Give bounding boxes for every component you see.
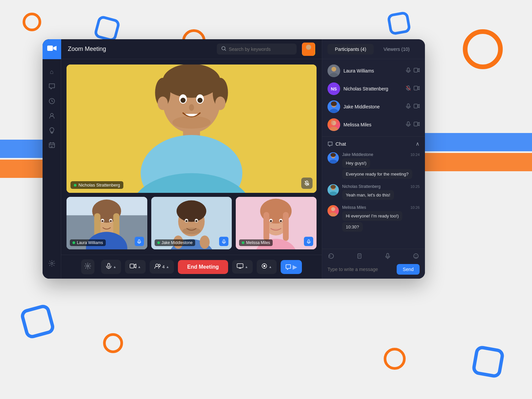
mic-chevron-icon: ▲ (113, 265, 116, 269)
viewers-tab[interactable]: Viewers (10) (374, 44, 420, 55)
participants-list: Laura Williams (322, 59, 425, 137)
screen-share-chevron-icon: ▲ (245, 265, 248, 269)
search-input[interactable] (229, 47, 292, 52)
send-button[interactable]: Send (397, 264, 420, 275)
chat-avatar-nicholas (328, 184, 339, 196)
svg-point-21 (198, 98, 202, 103)
svg-point-67 (158, 264, 160, 266)
svg-point-23 (158, 96, 168, 110)
main-video-mute-btn[interactable] (301, 178, 313, 189)
chat-msg-content-melissa: Melissa Miles 10:26 Hi everyone! I'm rea… (342, 205, 420, 233)
settings-button[interactable] (81, 259, 94, 274)
chat-input-field[interactable] (328, 267, 394, 272)
participant-video-icon-nicholas[interactable] (414, 86, 420, 92)
svg-rect-75 (414, 68, 418, 72)
sidebar-bottom (46, 257, 58, 272)
participants-chevron-icon: ▲ (166, 265, 169, 269)
svg-point-50 (185, 220, 187, 222)
participant-mic-icon-jake[interactable] (406, 103, 411, 110)
sidebar-item-contacts[interactable] (46, 110, 58, 122)
screen-share-button[interactable]: ▲ (232, 260, 253, 274)
mic-icon (106, 263, 112, 271)
chat-msg-content-jake: Jake Middlestone 10:24 Hey guys!) Everyo… (342, 152, 420, 180)
participant-avatar-jake (328, 100, 340, 113)
panel-header: Participants (4) Viewers (10) (322, 39, 425, 59)
video-icon (130, 263, 136, 270)
right-panel: Participants (4) Viewers (10) Laura Will… (322, 39, 425, 279)
sidebar-item-history[interactable] (46, 95, 58, 107)
thumb-mic-btn-2[interactable] (219, 237, 228, 246)
participant-name-laura: Laura Williams (343, 68, 402, 73)
participant-avatar-nicholas: NS (328, 82, 340, 95)
online-indicator-1 (72, 241, 75, 244)
logo[interactable] (43, 39, 61, 59)
chat-sender-jake: Jake Middlestone (342, 152, 373, 157)
svg-point-89 (331, 120, 333, 125)
svg-marker-79 (418, 86, 419, 90)
chat-emoji-icon[interactable] (413, 253, 419, 261)
chat-collapse-icon[interactable]: ∧ (416, 141, 420, 147)
participants-tab[interactable]: Participants (4) (328, 44, 374, 55)
participant-item-laura: Laura Williams (328, 63, 420, 78)
participant-controls-laura (406, 67, 420, 74)
chat-refresh-icon[interactable] (328, 253, 334, 261)
video-button[interactable]: ▲ (125, 260, 146, 274)
search-icon (221, 46, 226, 52)
participant-name-jake: Jake Middlestone (343, 104, 402, 109)
user-avatar[interactable] (302, 43, 315, 56)
participant-video-icon-melissa[interactable] (414, 122, 420, 128)
svg-rect-64 (130, 264, 134, 268)
chat-bubble-jake-1: Hey guys!) (342, 158, 370, 168)
svg-point-22 (189, 104, 194, 111)
participant-video-icon-jake[interactable] (414, 104, 420, 110)
svg-point-70 (263, 265, 265, 267)
sidebar-item-calendar[interactable]: 20 (46, 139, 58, 151)
chat-bubble-jake-2: Everyone ready for the meeting? (342, 169, 412, 179)
sidebar-item-settings[interactable] (46, 257, 58, 269)
participant-item-jake: Jake Middlestone (328, 99, 420, 114)
online-indicator-2 (157, 241, 160, 244)
chat-message-nicholas: Nicholas Strattenberg 10:25 Yeah man, le… (328, 184, 420, 201)
header: Zoom Meeting (61, 39, 322, 59)
end-meeting-button[interactable]: End Meeting (178, 260, 228, 274)
chat-section: Chat ∧ (322, 137, 425, 279)
participant-video-icon-laura[interactable] (414, 68, 420, 74)
sidebar-item-home[interactable]: ⌂ (46, 66, 58, 78)
chat-msg-header-nicholas: Nicholas Strattenberg 10:25 (342, 184, 420, 189)
record-icon (261, 263, 267, 271)
participant-mic-muted-icon-nicholas[interactable] (406, 85, 411, 92)
main-video-name: Nicholas Strattenberg (78, 183, 120, 188)
mic-button[interactable]: ▲ (101, 260, 121, 274)
online-indicator-3 (242, 241, 244, 244)
chat-message-melissa: Melissa Miles 10:26 Hi everyone! I'm rea… (328, 205, 420, 233)
participant-mic-icon-laura[interactable] (406, 67, 411, 74)
participant-mic-icon-melissa[interactable] (406, 121, 411, 128)
participants-icon (154, 263, 161, 270)
svg-rect-0 (47, 46, 53, 51)
chat-button[interactable]: ▶ (281, 260, 302, 274)
svg-point-3 (51, 113, 53, 116)
chat-avatar-melissa (328, 205, 339, 216)
participants-button[interactable]: 4 ▲ (150, 260, 174, 274)
thumb-mic-btn-3[interactable] (304, 237, 313, 246)
svg-marker-91 (418, 122, 419, 126)
chat-chevron-icon: ▶ (293, 263, 297, 271)
chat-attachment-icon[interactable] (356, 253, 362, 261)
main-content: Zoom Meeting (61, 39, 322, 279)
participant-name-melissa: Melissa Miles (343, 122, 402, 127)
chat-mic-icon[interactable] (385, 253, 391, 261)
thumb-mic-btn-1[interactable] (135, 237, 144, 246)
sidebar-item-ideas[interactable] (46, 124, 58, 136)
record-button[interactable]: ▲ (257, 260, 277, 274)
participant-item-nicholas: NS Nicholas Strattenberg (328, 81, 420, 96)
svg-point-41 (110, 220, 112, 222)
chat-bubble-melissa-2: 10:30? (342, 222, 363, 232)
sidebar-item-chat[interactable] (46, 80, 58, 92)
chat-msg-header-jake: Jake Middlestone 10:24 (342, 152, 420, 157)
svg-point-15 (163, 65, 220, 98)
chat-time-nicholas: 10:25 (410, 185, 420, 189)
chat-messages: Jake Middlestone 10:24 Hey guys!) Everyo… (322, 150, 425, 249)
svg-text:20: 20 (51, 146, 53, 148)
svg-rect-74 (332, 67, 336, 71)
search-bar[interactable] (217, 44, 297, 55)
